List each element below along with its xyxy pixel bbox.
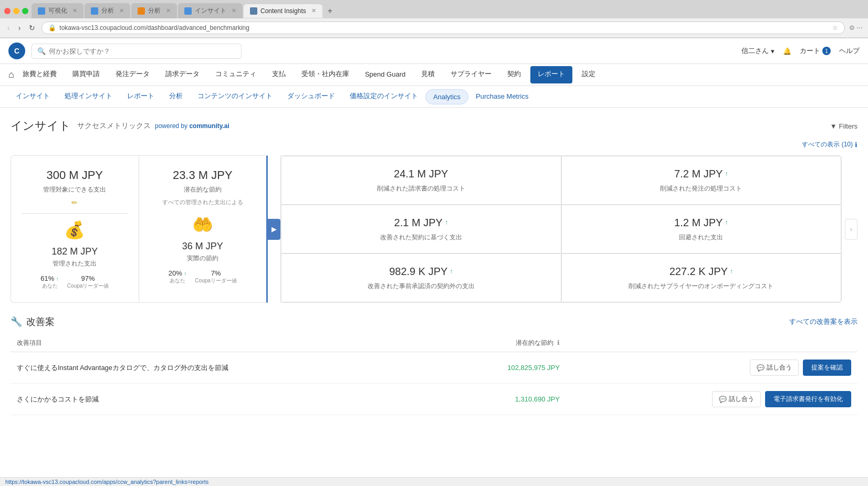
nav-community[interactable]: コミュニティ xyxy=(208,64,264,86)
arrow-up-2: ↑ xyxy=(184,271,186,277)
tab-insights[interactable]: インサイト ✕ xyxy=(178,3,243,18)
managed-label: 管理された支出 xyxy=(22,259,128,268)
subnav-reports[interactable]: レポート xyxy=(120,86,162,107)
tab-close-5[interactable]: ✕ xyxy=(311,7,316,14)
show-all-improvements-link[interactable]: すべての改善案を表示 xyxy=(789,317,857,326)
nav-contract[interactable]: 契約 xyxy=(500,64,528,86)
tab-visualization[interactable]: 可視化 ✕ xyxy=(32,3,83,18)
nav-receiving[interactable]: 受領・社内在庫 xyxy=(294,64,357,86)
grid-card-3: 2.1 M JPY ↑ 改善された契約に基づく支出 xyxy=(281,205,561,253)
home-button[interactable]: ⌂ xyxy=(8,69,14,80)
show-all-button[interactable]: すべての表示 (10) ℹ xyxy=(802,140,857,149)
bookmark-icon[interactable]: ☆ xyxy=(832,24,838,31)
stat-pct-you-1: 61% ↑ xyxy=(40,274,59,282)
row1-confirm-button[interactable]: 提案を確認 xyxy=(803,360,851,376)
nav-supplier[interactable]: サプライヤー xyxy=(443,64,499,86)
back-button[interactable]: ‹ xyxy=(5,23,12,33)
table-row: すぐに使えるInstant Advantageカタログで、カタログ外の支出を節減… xyxy=(11,352,857,384)
subnav-dashboard[interactable]: ダッシュボード xyxy=(280,86,342,107)
subnav-processing[interactable]: 処理インサイト xyxy=(57,86,120,107)
next-page-button[interactable]: › xyxy=(845,219,857,240)
nav-purchase[interactable]: 購買申請 xyxy=(65,64,107,86)
nav-payment[interactable]: 支払 xyxy=(265,64,293,86)
cart-button[interactable]: カート 1 xyxy=(800,46,831,56)
divider-1 xyxy=(22,213,128,214)
subnav-insights[interactable]: インサイト xyxy=(8,86,57,107)
nav-reports[interactable]: レポート xyxy=(530,66,572,83)
tab-label-3: 分析 xyxy=(148,6,161,15)
row2-electronic-button[interactable]: 電子請求書発行を有効化 xyxy=(765,391,851,407)
row2-talk-button[interactable]: 💬 話し合う xyxy=(712,391,761,407)
edit-icon[interactable]: ✏ xyxy=(22,198,128,207)
nav-invoice[interactable]: 請求データ xyxy=(158,64,207,86)
row2-talk-label: 話し合う xyxy=(729,395,754,404)
grid-card-4: 1.2 M JPY ↑ 回避された支出 xyxy=(561,205,842,253)
user-menu[interactable]: 信二さん ▾ xyxy=(741,46,775,56)
forward-button[interactable]: › xyxy=(16,23,23,33)
grid-value-1: 24.1 M JPY xyxy=(394,168,448,180)
url-icons: ☆ xyxy=(832,24,838,31)
stat-lbl-coupa-1: Coupaリーダー値 xyxy=(67,282,109,290)
up-arrow-3: ↑ xyxy=(445,219,448,226)
subnav-purchase-metrics[interactable]: Purchase Metrics xyxy=(468,87,536,107)
grid-card-2: 7.2 M JPY ↑ 削減された発注の処理コスト xyxy=(561,156,842,205)
improvements-section: 🔧 改善案 すべての改善案を表示 改善項目 潜在的な節約 ℹ xyxy=(11,315,857,415)
nav-quote[interactable]: 見積 xyxy=(414,64,442,86)
up-arrow-6: ↑ xyxy=(730,268,733,275)
stat-you-1: 61% ↑ あなた xyxy=(40,274,59,290)
expand-arrow-button[interactable]: ▶ xyxy=(268,219,280,240)
subnav-pricing[interactable]: 価格設定のインサイト xyxy=(342,86,425,107)
filter-button[interactable]: ▼ Filters xyxy=(830,122,857,130)
money-bag-icon: 💰 xyxy=(22,220,128,240)
improvements-icon: 🔧 xyxy=(11,316,22,327)
subnav-content[interactable]: コンテンツのインサイト xyxy=(190,86,280,107)
notification-button[interactable]: 🔔 xyxy=(783,47,791,55)
improvements-title: 改善案 xyxy=(26,315,55,328)
url-bar[interactable]: 🔒 tokawa-vsc13.coupacloud.com/dashboard/… xyxy=(41,22,844,34)
stat-you-2: 20% ↑ あなた xyxy=(169,269,187,284)
help-link[interactable]: ヘルプ xyxy=(839,46,860,56)
nav-settings[interactable]: 設定 xyxy=(574,64,603,86)
powered-by-prefix: powered by xyxy=(155,122,187,130)
improvements-table: 改善項目 潜在的な節約 ℹ すぐに使えるInstant Advantageカタロ… xyxy=(11,334,857,415)
tab-close-2[interactable]: ✕ xyxy=(119,7,124,14)
nav-travel[interactable]: 旅費と経費 xyxy=(15,64,64,86)
minimize-traffic-light[interactable] xyxy=(13,8,19,14)
row1-actions-group: 💬 話し合う 提案を確認 xyxy=(572,360,851,376)
page-header: インサイト サクセスメトリックス powered by community.ai… xyxy=(11,118,857,134)
tab-bar: 可視化 ✕ 分析 ✕ 分析 ✕ インサイト ✕ Content Insights… xyxy=(0,0,868,18)
show-all-row: すべての表示 (10) ℹ xyxy=(11,140,857,155)
close-traffic-light[interactable] xyxy=(4,8,11,14)
grid-label-2: 削減された発注の処理コスト xyxy=(660,184,742,193)
new-tab-button[interactable]: + xyxy=(323,4,337,18)
nav-spendguard[interactable]: Spend Guard xyxy=(358,65,413,85)
right-panel: 24.1 M JPY 削減された請求書の処理コスト 7.2 M JPY ↑ 削減… xyxy=(280,155,857,303)
tab-analysis1[interactable]: 分析 ✕ xyxy=(85,3,130,18)
row2-savings-value: 1,310,690 JPY xyxy=(515,395,560,403)
tab-close-3[interactable]: ✕ xyxy=(166,7,171,14)
tab-close-1[interactable]: ✕ xyxy=(72,7,77,14)
stat-lbl-coupa-2: Coupaリーダー値 xyxy=(195,277,236,284)
maximize-traffic-light[interactable] xyxy=(22,8,28,14)
grid-label-4: 回避された支出 xyxy=(679,233,723,242)
search-bar[interactable]: 🔍 xyxy=(32,44,242,59)
subnav-analytics[interactable]: Analytics xyxy=(425,89,468,104)
left-panel: 300 M JPY 管理対象にできる支出 ✏ 💰 182 M JPY 管理された… xyxy=(11,155,268,303)
potential-savings-sublabel: すべての管理された支出による xyxy=(150,198,256,206)
row1-talk-button[interactable]: 💬 話し合う xyxy=(750,360,799,376)
tab-content-insights[interactable]: Content Insights ✕ xyxy=(244,4,322,18)
search-input[interactable] xyxy=(49,47,236,55)
tab-analysis2[interactable]: 分析 ✕ xyxy=(131,3,177,18)
refresh-button[interactable]: ↻ xyxy=(27,23,37,33)
lock-icon: 🔒 xyxy=(48,24,56,31)
subnav-analysis[interactable]: 分析 xyxy=(162,86,190,107)
savings-info-icon[interactable]: ℹ xyxy=(557,339,560,346)
nav-order[interactable]: 発注データ xyxy=(108,64,157,86)
up-arrow-2: ↑ xyxy=(725,170,728,177)
cart-label: カート xyxy=(800,46,820,56)
grid-value-4: 1.2 M JPY ↑ xyxy=(674,217,728,229)
tab-close-4[interactable]: ✕ xyxy=(232,7,236,14)
potential-savings-label: 潜在的な節約 xyxy=(150,185,256,194)
row1-savings-value: 102,825,975 JPY xyxy=(507,364,560,372)
top-nav-right: 信二さん ▾ 🔔 カート 1 ヘルプ xyxy=(741,46,860,56)
